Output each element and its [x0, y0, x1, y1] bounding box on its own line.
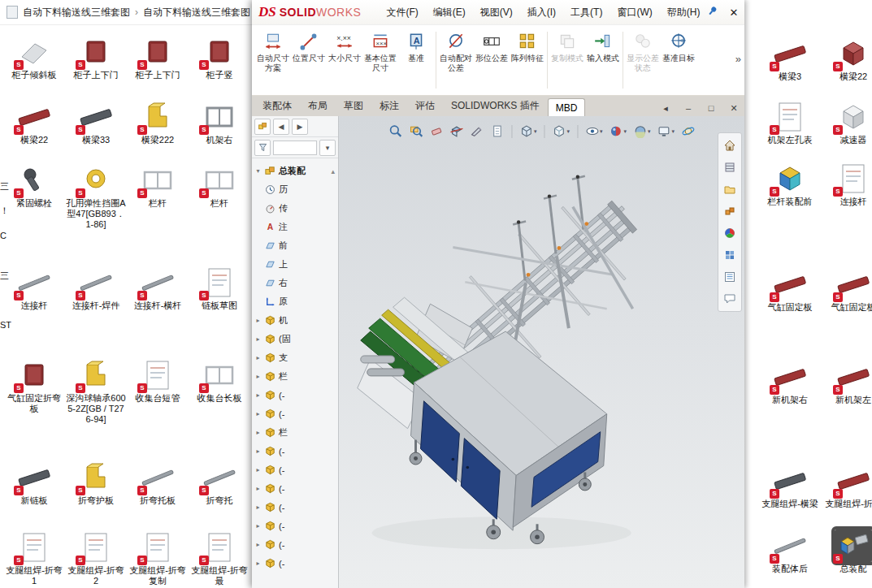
tab-3[interactable]: 标注: [371, 95, 407, 116]
desktop-icon-left-9[interactable]: S 孔用弹性挡圈A型47[GB893．1-86]: [65, 164, 127, 266]
desktop-icon-left-21[interactable]: S 折弯护板: [65, 461, 127, 531]
tab-4[interactable]: 评估: [407, 95, 443, 116]
appearance-wheel-icon[interactable]: [721, 224, 739, 242]
desktop-icon-right-8[interactable]: S 新机架右: [759, 361, 821, 465]
tree-item-2[interactable]: A 注: [254, 218, 338, 236]
filter-icon[interactable]: [254, 140, 271, 156]
tree-item-17[interactable]: ▸ (-: [254, 498, 338, 517]
drawers-icon[interactable]: [721, 158, 739, 176]
desktop-icon-right-3[interactable]: S 减速器: [822, 101, 872, 162]
hide-show-items-icon[interactable]: ▾: [584, 123, 605, 140]
desktop-icon-right-6[interactable]: S 气缸固定板: [759, 268, 821, 361]
desktop-icon-left-5[interactable]: S 横梁33: [65, 101, 127, 164]
tree-filter-input[interactable]: [273, 141, 317, 155]
zoom-fit-icon[interactable]: [387, 123, 404, 140]
tree-item-19[interactable]: ▸ (-: [254, 535, 338, 554]
desktop-icon-left-26[interactable]: S 支腿组焊-折弯复制: [127, 531, 189, 588]
rotate-view-icon[interactable]: [679, 123, 696, 140]
arrow-right-icon[interactable]: ▶: [292, 119, 308, 135]
tree-root[interactable]: ▾ 总装配 ▴: [254, 162, 338, 180]
tree-item-9[interactable]: ▸ 支: [254, 348, 338, 367]
home-icon[interactable]: [721, 136, 739, 154]
ribbon-button-9[interactable]: 输入模式: [585, 25, 621, 95]
zoom-area-icon[interactable]: [407, 123, 424, 140]
view-settings-icon[interactable]: ▾: [656, 123, 677, 140]
collapse-tree-icon[interactable]: ▴: [331, 167, 335, 175]
view-orientation-icon[interactable]: ▾: [518, 123, 539, 140]
tree-item-3[interactable]: 前: [254, 236, 338, 255]
apply-scene-icon[interactable]: ▾: [631, 123, 653, 140]
display-style-icon[interactable]: ▾: [550, 123, 571, 140]
ribbon-button-0[interactable]: 自动尺寸方案: [255, 25, 291, 95]
ribbon-button-3[interactable]: ××× 基本位置尺寸: [362, 25, 398, 95]
desktop-icon-left-14[interactable]: S 连接杆-横杆: [127, 266, 189, 359]
tree-item-18[interactable]: ▸ (-: [254, 517, 338, 535]
desktop-icon-left-16[interactable]: S 气缸固定折弯板: [3, 359, 65, 461]
desktop-icon-left-12[interactable]: S 连接杆: [3, 266, 65, 359]
desktop-icon-left-6[interactable]: S 横梁222: [127, 101, 189, 164]
desktop-icon-left-1[interactable]: S 柜子上下门: [65, 36, 127, 101]
menu-item-2[interactable]: 视图(V): [475, 2, 518, 23]
ribbon-button-11[interactable]: 基准目标: [661, 25, 696, 95]
desktop-icon-left-11[interactable]: S 栏杆: [189, 164, 250, 266]
annotation-views-icon[interactable]: [488, 123, 505, 140]
tree-item-1[interactable]: 传: [254, 199, 338, 218]
breadcrumb-item[interactable]: 自动下料输送线三维套图: [143, 6, 250, 19]
tab-1[interactable]: 布局: [300, 95, 336, 116]
ribbon-button-6[interactable]: 形位公差: [474, 25, 510, 95]
tree-item-11[interactable]: ▸ (-: [254, 386, 338, 404]
ribbon-overflow-button[interactable]: »: [735, 53, 741, 65]
desktop-icon-right-7[interactable]: S 气缸固定板: [822, 268, 872, 361]
minimize-icon[interactable]: –: [683, 103, 694, 114]
desktop-icon-right-9[interactable]: S 新机架左: [822, 361, 872, 465]
graphics-viewport[interactable]: ▾▾▾▾▾▾: [339, 116, 744, 588]
tree-item-15[interactable]: ▸ (-: [254, 460, 338, 479]
desktop-icon-left-7[interactable]: S 机架右: [189, 101, 250, 164]
desktop-icon-left-13[interactable]: S 连接杆-焊件: [65, 266, 127, 359]
tab-5[interactable]: SOLIDWORKS 插件: [443, 95, 548, 116]
desktop-icon-right-2[interactable]: S 机架左孔表: [759, 101, 821, 162]
tree-item-16[interactable]: ▸ (-: [254, 479, 338, 498]
grid-view-icon[interactable]: [721, 246, 739, 264]
tree-item-12[interactable]: ▸ (-: [254, 404, 338, 423]
tree-item-20[interactable]: ▸ (-: [254, 554, 338, 573]
desktop-icon-left-27[interactable]: S 支腿组焊-折弯最: [189, 531, 250, 588]
desktop-icon-right-1[interactable]: S 横梁22: [822, 37, 872, 101]
tree-item-6[interactable]: 原: [254, 292, 338, 311]
desktop-icon-left-3[interactable]: S 柜子竖: [189, 36, 250, 101]
menu-item-5[interactable]: 窗口(W): [611, 2, 657, 23]
restore-icon[interactable]: □: [705, 103, 717, 114]
edit-appearance-icon[interactable]: ▾: [608, 123, 629, 140]
desktop-icon-right-5[interactable]: S 连接杆: [822, 162, 872, 268]
breadcrumb-item[interactable]: 自动下料输送线三维套图: [23, 6, 130, 19]
folder-icon[interactable]: [721, 180, 739, 198]
tree-item-8[interactable]: ▸ (固: [254, 330, 338, 348]
menu-item-1[interactable]: 编辑(E): [427, 2, 471, 23]
ribbon-button-5[interactable]: 自动配对公差: [438, 25, 474, 95]
desktop-icon-right-0[interactable]: S 横梁3: [759, 37, 821, 101]
tree-item-0[interactable]: 历: [254, 180, 338, 199]
menu-item-0[interactable]: 文件(F): [380, 2, 423, 23]
assembly-tab-icon[interactable]: [254, 119, 271, 135]
chevron-down-icon[interactable]: ▾: [319, 140, 336, 156]
desktop-icon-left-8[interactable]: S 紧固螺栓: [3, 164, 65, 266]
previous-view-icon[interactable]: [427, 123, 445, 140]
desktop-icon-left-19[interactable]: S 收集台长板: [189, 359, 250, 461]
arrow-left-icon[interactable]: ◀: [273, 119, 289, 135]
close-document-icon[interactable]: ✕: [728, 103, 740, 114]
ribbon-button-2[interactable]: ×.×× 大小尺寸: [327, 25, 362, 95]
desktop-icon-right-4[interactable]: S 栏杆装配前: [759, 162, 821, 268]
tab-6[interactable]: MBD: [548, 98, 586, 116]
measure-icon[interactable]: [468, 123, 485, 140]
desktop-icon-left-10[interactable]: S 栏杆: [127, 164, 189, 266]
desktop-icon-right-12[interactable]: S 装配体后: [759, 530, 821, 588]
close-icon[interactable]: ✕: [727, 6, 741, 19]
tab-0[interactable]: 装配体: [254, 95, 300, 116]
menu-item-6[interactable]: 帮助(H): [662, 2, 706, 23]
desktop-icon-left-22[interactable]: S 折弯托板: [127, 461, 189, 531]
tree-item-13[interactable]: ▸ 栏: [254, 423, 338, 442]
menu-item-3[interactable]: 插入(I): [522, 2, 562, 23]
desktop-icon-left-18[interactable]: S 收集台短管: [127, 359, 189, 461]
desktop-icon-left-24[interactable]: S 支腿组焊-折弯1: [3, 531, 65, 588]
tree-item-10[interactable]: ▸ 栏: [254, 367, 338, 386]
